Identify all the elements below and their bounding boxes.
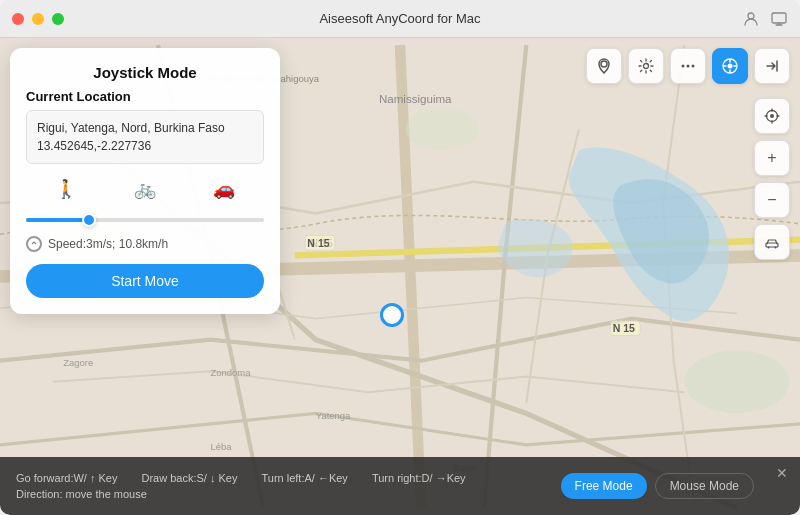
traffic-lights	[12, 13, 64, 25]
location-pin-tool[interactable]	[586, 48, 622, 84]
svg-text:N 15: N 15	[613, 322, 635, 334]
right-toolbar: + −	[754, 98, 790, 260]
svg-point-26	[770, 114, 774, 118]
joystick-title: Joystick Mode	[26, 64, 264, 81]
joystick-tool[interactable]	[712, 48, 748, 84]
location-line1: Rigui, Yatenga, Nord, Burkina Faso	[37, 121, 225, 135]
zoom-out-button[interactable]: −	[754, 182, 790, 218]
location-line2: 13.452645,-2.227736	[37, 139, 151, 153]
screen-icon[interactable]	[770, 10, 788, 28]
speed-slider[interactable]	[26, 218, 264, 222]
svg-point-28	[768, 247, 770, 249]
exit-tool[interactable]	[754, 48, 790, 84]
direction-hint: Direction: move the mouse	[16, 488, 466, 500]
minimize-button[interactable]	[32, 13, 44, 25]
car-button[interactable]	[754, 224, 790, 260]
svg-point-24	[728, 64, 733, 69]
svg-point-0	[748, 13, 754, 19]
map-background[interactable]: Namissiguima Aérodrome de Ouahigouya Zag…	[0, 38, 800, 515]
user-icon[interactable]	[742, 10, 760, 28]
svg-text:Zagore: Zagore	[63, 357, 93, 368]
minus-icon: −	[767, 191, 776, 209]
location-box: Rigui, Yatenga, Nord, Burkina Faso 13.45…	[26, 110, 264, 164]
map-toolbar	[586, 48, 790, 84]
key-right: Turn right:D/ →Key	[372, 472, 466, 484]
close-bar-button[interactable]: ✕	[776, 465, 788, 481]
mouse-mode-button[interactable]: Mouse Mode	[655, 473, 754, 499]
main-content: Namissiguima Aérodrome de Ouahigouya Zag…	[0, 38, 800, 515]
bike-icon[interactable]: 🚲	[134, 178, 156, 200]
svg-point-19	[644, 64, 649, 69]
key-left: Turn left:A/ ←Key	[261, 472, 347, 484]
mode-buttons: Free Mode Mouse Mode	[561, 473, 754, 499]
settings-tool[interactable]	[628, 48, 664, 84]
car-mode-icon[interactable]: 🚗	[213, 178, 235, 200]
current-location-label: Current Location	[26, 89, 264, 104]
speed-text: Speed:3m/s; 10.8km/h	[48, 237, 168, 251]
titlebar-icons	[742, 10, 788, 28]
key-forward: Go forward:W/ ↑ Key	[16, 472, 117, 484]
speed-circle-icon	[26, 236, 42, 252]
svg-rect-1	[772, 13, 786, 23]
svg-point-17	[405, 108, 479, 150]
speed-mode-icons: 🚶 🚲 🚗	[26, 178, 264, 200]
speed-info: Speed:3m/s; 10.8km/h	[26, 236, 264, 252]
app-window: Aiseesoft AnyCoord for Mac	[0, 0, 800, 515]
maximize-button[interactable]	[52, 13, 64, 25]
dots-tool[interactable]	[670, 48, 706, 84]
svg-point-18	[601, 61, 607, 67]
start-move-button[interactable]: Start Move	[26, 264, 264, 298]
walk-icon[interactable]: 🚶	[55, 178, 77, 200]
zoom-in-button[interactable]: +	[754, 140, 790, 176]
window-title: Aiseesoft AnyCoord for Mac	[319, 11, 480, 26]
free-mode-button[interactable]: Free Mode	[561, 473, 647, 499]
svg-point-22	[692, 65, 695, 68]
svg-text:Léba: Léba	[211, 441, 233, 452]
map-pin	[380, 303, 404, 327]
svg-rect-27	[766, 243, 778, 247]
locate-button[interactable]	[754, 98, 790, 134]
speed-slider-container	[26, 208, 264, 226]
svg-text:Yatenga: Yatenga	[316, 410, 351, 421]
key-back: Draw back:S/ ↓ Key	[141, 472, 237, 484]
svg-text:N 15: N 15	[307, 237, 329, 249]
svg-point-16	[684, 350, 789, 413]
svg-point-20	[682, 65, 685, 68]
svg-text:Namissiguima: Namissiguima	[379, 93, 452, 105]
titlebar: Aiseesoft AnyCoord for Mac	[0, 0, 800, 38]
bottom-bar: Go forward:W/ ↑ Key Draw back:S/ ↓ Key T…	[0, 457, 800, 515]
joystick-panel: Joystick Mode Current Location Rigui, Ya…	[10, 48, 280, 314]
plus-icon: +	[767, 149, 776, 167]
close-button[interactable]	[12, 13, 24, 25]
svg-point-21	[687, 65, 690, 68]
keyboard-shortcuts: Go forward:W/ ↑ Key Draw back:S/ ↓ Key T…	[16, 472, 561, 500]
svg-text:Zondoma: Zondoma	[211, 368, 252, 379]
svg-point-29	[775, 247, 777, 249]
